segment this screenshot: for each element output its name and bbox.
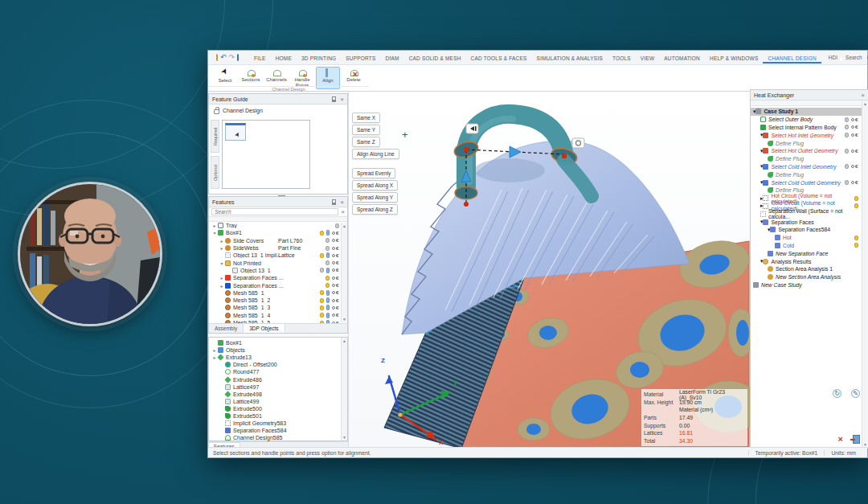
tree-row-hot[interactable]: Hot — [751, 234, 868, 242]
handle-point[interactable] — [464, 202, 469, 207]
visibility-icon[interactable] — [332, 306, 335, 309]
close-icon[interactable]: × — [340, 96, 344, 102]
tree-row-separation-wall-surface-not-calcula[interactable]: Separation Wall (Surface = not calcula..… — [751, 210, 868, 218]
search-label[interactable]: Search — [845, 55, 862, 60]
ribbon-tab-automation[interactable]: AUTOMATION — [659, 52, 705, 64]
bulb-icon[interactable] — [845, 125, 849, 129]
expander-icon[interactable]: ▾ — [211, 230, 218, 236]
spread-along-y-button[interactable]: Spread Along Y — [352, 192, 398, 203]
tree-row-mesh-585-1-3[interactable]: Mesh 585_1_3 — [209, 304, 347, 311]
tree-row-section-area-analysis-1[interactable]: Section Area Analysis 1 — [751, 265, 868, 273]
visibility-icon[interactable] — [851, 165, 854, 168]
tree-row-select-cold-outlet-geometry[interactable]: ▾Select Cold Outlet Geometry — [751, 178, 868, 186]
objects-scrollbar[interactable]: ▲▼ — [341, 338, 347, 440]
expander-icon[interactable]: ▸ — [219, 245, 225, 251]
tree-row-separation-faces[interactable]: ▸Separation Faces ... — [209, 281, 347, 289]
tree-row-define-plug[interactable]: Define Plug — [751, 170, 868, 178]
tab-assembly[interactable]: Assembly — [209, 324, 244, 333]
visibility-icon[interactable] — [851, 125, 854, 129]
tree-row-box-1[interactable]: ▾Box#1 — [209, 229, 347, 236]
tree-row-sidewebs[interactable]: ▸SideWebsPart Fine — [209, 244, 347, 252]
tree-row-tray[interactable]: ▸Tray — [209, 222, 347, 229]
bulb-icon[interactable] — [320, 231, 324, 236]
features-scrollbar[interactable]: ▲▼ — [341, 223, 347, 322]
visibility-icon[interactable] — [851, 150, 854, 153]
visibility-icon[interactable] — [332, 313, 335, 317]
visibility-icon[interactable] — [332, 277, 335, 280]
tree-row-lattice497[interactable]: Lattice497 — [209, 383, 347, 391]
ribbon-tab-file[interactable]: FILE — [249, 52, 271, 64]
tree-row-mesh-585-1[interactable]: Mesh 585_1 — [209, 289, 347, 297]
solid-toggle-icon[interactable] — [326, 268, 330, 273]
tree-row-channel-design585[interactable]: Channel Design585 — [209, 434, 347, 441]
tree-row-separation-faces584[interactable]: Separation Faces584 — [209, 427, 347, 434]
tree-row-extrude13[interactable]: ▸Extrude13 — [209, 354, 347, 361]
tree-row-select-hot-outlet-geometry[interactable]: ▾Select Hot Outlet Geometry — [751, 147, 868, 155]
solid-toggle-icon[interactable] — [326, 290, 330, 296]
visibility-icon[interactable] — [332, 299, 335, 302]
tree-row-objects[interactable]: ▸Objects — [209, 346, 347, 354]
undo-icon[interactable]: ↶ — [220, 54, 227, 61]
3d-viewport[interactable]: Same XSame YSame ZAlign Along LineSpread… — [348, 92, 750, 449]
bulb-icon[interactable] — [845, 164, 849, 169]
heat-exchanger-scrollbar[interactable]: ▲▼ — [862, 100, 868, 448]
same-y-button[interactable]: Same Y — [352, 125, 380, 135]
ribbon-tab-home[interactable]: HOME — [271, 52, 297, 64]
spread-evenly-button[interactable]: Spread Evenly — [352, 168, 395, 178]
redo-icon[interactable]: ↷ — [229, 54, 235, 61]
bulb-icon[interactable] — [845, 149, 849, 154]
expander-icon[interactable]: ▸ — [219, 275, 225, 281]
bulb-icon[interactable] — [854, 236, 858, 240]
tree-row-extrude501[interactable]: Extrude501 — [209, 412, 347, 420]
visibility-icon[interactable] — [332, 232, 335, 235]
visibility-icon[interactable] — [851, 181, 854, 184]
tab-3dp-objects[interactable]: 3DP Objects — [244, 324, 285, 333]
bulb-icon[interactable] — [854, 196, 858, 201]
tree-row-define-plug[interactable]: Define Plug — [751, 139, 868, 147]
visibility-icon[interactable] — [332, 254, 335, 257]
tree-row-object-13-1[interactable]: Object 13_1 — [209, 267, 347, 274]
exit-panel-icon[interactable] — [853, 435, 860, 444]
visibility-icon[interactable] — [332, 291, 335, 294]
expander-icon[interactable]: ▸ — [219, 283, 225, 289]
tree-row-new-separation-face[interactable]: New Separation Face — [751, 249, 868, 257]
tree-row-select-outer-body[interactable]: Select Outer Body — [751, 116, 868, 124]
ribbon-tab-view[interactable]: VIEW — [636, 52, 659, 64]
tree-row-object-13-1-impli[interactable]: Object 13_1 Impli...Lattice — [209, 252, 347, 259]
tree-row-cold[interactable]: Cold — [751, 242, 868, 250]
ribbon-tab-cad-solid-mesh[interactable]: CAD SOLID & MESH — [404, 52, 466, 64]
solid-toggle-icon[interactable] — [326, 313, 330, 318]
ribbon-tab-supports[interactable]: SUPPORTS — [341, 52, 380, 64]
tree-row-not-printed[interactable]: ▾Not Printed — [209, 259, 347, 266]
tree-row-extrude498[interactable]: Extrude498 — [209, 391, 347, 398]
close-icon[interactable]: × — [340, 199, 344, 205]
ribbon-tab-simulation-analysis[interactable]: SIMULATION & ANALYSIS — [532, 52, 608, 64]
close-icon[interactable]: × — [861, 92, 865, 98]
handle-point[interactable] — [464, 147, 469, 152]
cancel-icon[interactable]: × — [838, 434, 843, 444]
bulb-icon[interactable] — [320, 313, 324, 318]
expander-icon[interactable]: ▸ — [219, 238, 225, 244]
align-along-line-button[interactable]: Align Along Line — [352, 149, 399, 159]
handle-badge[interactable] — [466, 124, 478, 133]
tree-row-analysis-results[interactable]: ▾Analysis Results — [751, 257, 868, 265]
tree-row-select-hot-inlet-geometry[interactable]: ▾Select Hot Inlet Geometry — [751, 131, 868, 139]
tree-row-define-plug[interactable]: Define Plug — [751, 155, 868, 163]
tree-row-new-case-study[interactable]: New Case Study — [751, 281, 868, 289]
tree-row-extrude486[interactable]: Extrude486 — [209, 375, 347, 383]
refresh-icon[interactable]: ↻ — [833, 389, 841, 398]
bulb-icon[interactable] — [320, 253, 324, 258]
bulb-icon[interactable] — [845, 133, 849, 137]
tree-row-box-1[interactable]: Box#1 — [209, 339, 347, 346]
guide-tab-required[interactable]: Required — [211, 120, 219, 153]
tree-row-case-study-1[interactable]: ▾Case Study 1 — [751, 108, 868, 116]
bulb-icon[interactable] — [326, 283, 330, 288]
same-x-button[interactable]: Same X — [352, 113, 380, 123]
solid-toggle-icon[interactable] — [326, 230, 330, 236]
visibility-icon[interactable] — [851, 133, 854, 137]
bulb-icon[interactable] — [335, 223, 339, 228]
bulb-icon[interactable] — [326, 238, 330, 243]
guide-tab-optional[interactable]: Optional — [211, 156, 219, 189]
ribbon-tab-tools[interactable]: TOOLS — [608, 52, 636, 64]
visibility-icon[interactable] — [851, 118, 854, 121]
